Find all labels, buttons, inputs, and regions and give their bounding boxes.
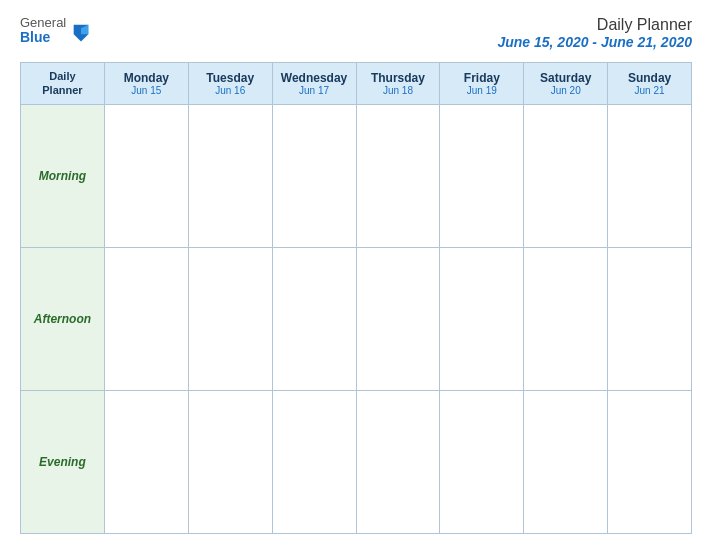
daily-label: Daily <box>25 69 100 83</box>
calendar-table: Daily Planner Monday Jun 15 Tuesday Jun … <box>20 62 692 534</box>
afternoon-tuesday[interactable] <box>188 247 272 390</box>
morning-label: Morning <box>21 104 105 247</box>
evening-row: Evening <box>21 390 692 533</box>
afternoon-row: Afternoon <box>21 247 692 390</box>
evening-friday[interactable] <box>440 390 524 533</box>
logo: General Blue <box>20 16 92 46</box>
sunday-header: Sunday Jun 21 <box>608 63 692 105</box>
morning-tuesday[interactable] <box>188 104 272 247</box>
monday-header: Monday Jun 15 <box>104 63 188 105</box>
logo-text: General Blue <box>20 16 66 46</box>
afternoon-saturday[interactable] <box>524 247 608 390</box>
logo-general: General <box>20 16 66 30</box>
afternoon-thursday[interactable] <box>356 247 440 390</box>
header: General Blue Daily Planner June 15, 2020… <box>20 16 692 50</box>
morning-saturday[interactable] <box>524 104 608 247</box>
afternoon-label: Afternoon <box>21 247 105 390</box>
title-block: Daily Planner June 15, 2020 - June 21, 2… <box>497 16 692 50</box>
date-range: June 15, 2020 - June 21, 2020 <box>497 34 692 50</box>
daily-planner-header: Daily Planner <box>21 63 105 105</box>
header-row: Daily Planner Monday Jun 15 Tuesday Jun … <box>21 63 692 105</box>
tuesday-header: Tuesday Jun 16 <box>188 63 272 105</box>
morning-thursday[interactable] <box>356 104 440 247</box>
evening-saturday[interactable] <box>524 390 608 533</box>
wednesday-header: Wednesday Jun 17 <box>272 63 356 105</box>
planner-label: Planner <box>25 83 100 97</box>
morning-sunday[interactable] <box>608 104 692 247</box>
evening-thursday[interactable] <box>356 390 440 533</box>
morning-monday[interactable] <box>104 104 188 247</box>
logo-icon <box>70 21 92 43</box>
evening-monday[interactable] <box>104 390 188 533</box>
logo-blue: Blue <box>20 30 66 45</box>
morning-row: Morning <box>21 104 692 247</box>
page-title: Daily Planner <box>497 16 692 34</box>
evening-tuesday[interactable] <box>188 390 272 533</box>
morning-friday[interactable] <box>440 104 524 247</box>
evening-wednesday[interactable] <box>272 390 356 533</box>
afternoon-friday[interactable] <box>440 247 524 390</box>
morning-wednesday[interactable] <box>272 104 356 247</box>
evening-sunday[interactable] <box>608 390 692 533</box>
saturday-header: Saturday Jun 20 <box>524 63 608 105</box>
thursday-header: Thursday Jun 18 <box>356 63 440 105</box>
friday-header: Friday Jun 19 <box>440 63 524 105</box>
page: General Blue Daily Planner June 15, 2020… <box>0 0 712 550</box>
evening-label: Evening <box>21 390 105 533</box>
afternoon-wednesday[interactable] <box>272 247 356 390</box>
afternoon-monday[interactable] <box>104 247 188 390</box>
afternoon-sunday[interactable] <box>608 247 692 390</box>
